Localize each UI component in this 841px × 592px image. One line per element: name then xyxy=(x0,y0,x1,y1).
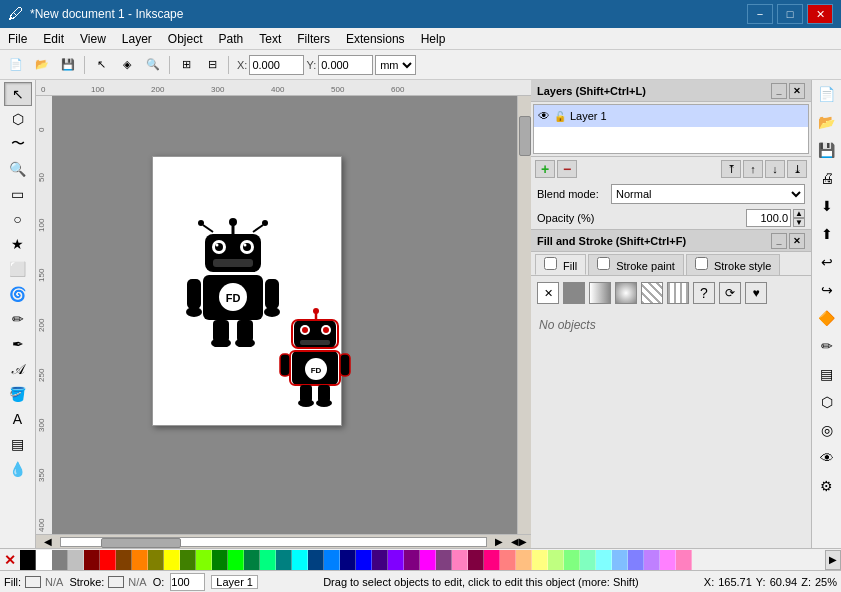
palette-color-23[interactable] xyxy=(388,550,404,570)
stroke-style-checkbox[interactable] xyxy=(695,257,708,270)
minimize-button[interactable]: − xyxy=(747,4,773,24)
rs-print[interactable]: 🖨 xyxy=(814,165,840,191)
tool-text[interactable]: A xyxy=(4,407,32,431)
rs-export[interactable]: ⬆ xyxy=(814,221,840,247)
palette-color-34[interactable] xyxy=(564,550,580,570)
palette-color-41[interactable] xyxy=(676,550,692,570)
save-button[interactable]: 💾 xyxy=(56,54,80,76)
y-coord-input[interactable] xyxy=(318,55,373,75)
layer-list[interactable]: 👁 🔓 Layer 1 xyxy=(533,104,809,154)
palette-color-2[interactable] xyxy=(52,550,68,570)
rs-eye[interactable]: 👁 xyxy=(814,445,840,471)
palette-color-15[interactable] xyxy=(260,550,276,570)
layer-row[interactable]: 👁 🔓 Layer 1 xyxy=(534,105,808,127)
opacity-spinner[interactable]: ▲ ▼ xyxy=(793,209,805,227)
palette-color-11[interactable] xyxy=(196,550,212,570)
palette-color-14[interactable] xyxy=(244,550,260,570)
layer-raise-to-top[interactable]: ⤒ xyxy=(721,160,741,178)
new-button[interactable]: 📄 xyxy=(4,54,28,76)
layers-panel-minimize[interactable]: _ xyxy=(771,83,787,99)
palette-color-16[interactable] xyxy=(276,550,292,570)
scroll-arrow-left[interactable]: ◀ xyxy=(38,536,58,547)
palette-color-19[interactable] xyxy=(324,550,340,570)
rs-fill[interactable]: 🔶 xyxy=(814,305,840,331)
palette-color-25[interactable] xyxy=(420,550,436,570)
rs-open[interactable]: 📂 xyxy=(814,109,840,135)
menu-path[interactable]: Path xyxy=(211,28,252,49)
rs-redo[interactable]: ↪ xyxy=(814,277,840,303)
x-coord-input[interactable] xyxy=(249,55,304,75)
open-button[interactable]: 📂 xyxy=(30,54,54,76)
scrollbar-horizontal[interactable]: ◀ ▶ ◀▶ xyxy=(36,534,531,548)
palette-color-32[interactable] xyxy=(532,550,548,570)
fill-linear[interactable] xyxy=(589,282,611,304)
rs-new[interactable]: 📄 xyxy=(814,81,840,107)
scroll-arrow-right[interactable]: ▶ xyxy=(489,536,509,547)
rs-import[interactable]: ⬇ xyxy=(814,193,840,219)
tool-bucket[interactable]: 🪣 xyxy=(4,382,32,406)
node-tool[interactable]: ◈ xyxy=(115,54,139,76)
fill-flat[interactable] xyxy=(563,282,585,304)
menu-file[interactable]: File xyxy=(0,28,35,49)
palette-color-18[interactable] xyxy=(308,550,324,570)
menu-layer[interactable]: Layer xyxy=(114,28,160,49)
palette-color-37[interactable] xyxy=(612,550,628,570)
tool-dropper[interactable]: 💧 xyxy=(4,457,32,481)
zoom-tool[interactable]: 🔍 xyxy=(141,54,165,76)
palette-color-20[interactable] xyxy=(340,550,356,570)
tool-pencil[interactable]: ✏ xyxy=(4,307,32,331)
opacity-down[interactable]: ▼ xyxy=(793,218,805,227)
menu-edit[interactable]: Edit xyxy=(35,28,72,49)
menu-filters[interactable]: Filters xyxy=(289,28,338,49)
tool-ellipse[interactable]: ○ xyxy=(4,207,32,231)
ungroup-btn[interactable]: ⊟ xyxy=(200,54,224,76)
tool-star[interactable]: ★ xyxy=(4,232,32,256)
palette-color-29[interactable] xyxy=(484,550,500,570)
menu-text[interactable]: Text xyxy=(251,28,289,49)
fill-checkbox[interactable] xyxy=(544,257,557,270)
palette-color-4[interactable] xyxy=(84,550,100,570)
close-button[interactable]: ✕ xyxy=(807,4,833,24)
palette-arrow-right[interactable]: ▶ xyxy=(825,550,841,570)
tool-3d[interactable]: ⬜ xyxy=(4,257,32,281)
palette-color-21[interactable] xyxy=(356,550,372,570)
layer-lower-to-bottom[interactable]: ⤓ xyxy=(787,160,807,178)
scrollbar-thumb-h[interactable] xyxy=(101,538,181,548)
blend-mode-select[interactable]: Normal Multiply Screen Overlay xyxy=(611,184,805,204)
menu-extensions[interactable]: Extensions xyxy=(338,28,413,49)
palette-color-3[interactable] xyxy=(68,550,84,570)
palette-color-7[interactable] xyxy=(132,550,148,570)
robot-red[interactable]: FD xyxy=(278,307,353,410)
maximize-button[interactable]: □ xyxy=(777,4,803,24)
palette-color-22[interactable] xyxy=(372,550,388,570)
menu-help[interactable]: Help xyxy=(413,28,454,49)
palette-color-10[interactable] xyxy=(180,550,196,570)
robot-black[interactable]: FD xyxy=(183,217,283,350)
palette-x-button[interactable]: ✕ xyxy=(0,550,20,570)
palette-color-30[interactable] xyxy=(500,550,516,570)
scrollbar-vertical[interactable] xyxy=(517,96,531,534)
layer-lower[interactable]: ↓ xyxy=(765,160,785,178)
tool-rect[interactable]: ▭ xyxy=(4,182,32,206)
tool-calligraphy[interactable]: 𝒜 xyxy=(4,357,32,381)
opacity-status-input[interactable] xyxy=(170,573,205,591)
palette-color-13[interactable] xyxy=(228,550,244,570)
palette-color-1[interactable] xyxy=(36,550,52,570)
layer-lock-icon[interactable]: 🔓 xyxy=(554,111,566,122)
fill-none[interactable]: ✕ xyxy=(537,282,559,304)
palette-color-8[interactable] xyxy=(148,550,164,570)
fill-panel-minimize[interactable]: _ xyxy=(771,233,787,249)
layers-panel-close[interactable]: ✕ xyxy=(789,83,805,99)
canvas-content[interactable]: FD xyxy=(52,96,531,534)
scrollbar-track-h[interactable] xyxy=(60,537,487,547)
rs-settings[interactable]: ⚙ xyxy=(814,473,840,499)
palette-color-39[interactable] xyxy=(644,550,660,570)
fill-unknown[interactable]: ? xyxy=(693,282,715,304)
layer-raise[interactable]: ↑ xyxy=(743,160,763,178)
stroke-paint-checkbox[interactable] xyxy=(597,257,610,270)
palette-color-33[interactable] xyxy=(548,550,564,570)
fill-radial[interactable] xyxy=(615,282,637,304)
palette-color-17[interactable] xyxy=(292,550,308,570)
tool-zoom[interactable]: 🔍 xyxy=(4,157,32,181)
palette-color-5[interactable] xyxy=(100,550,116,570)
